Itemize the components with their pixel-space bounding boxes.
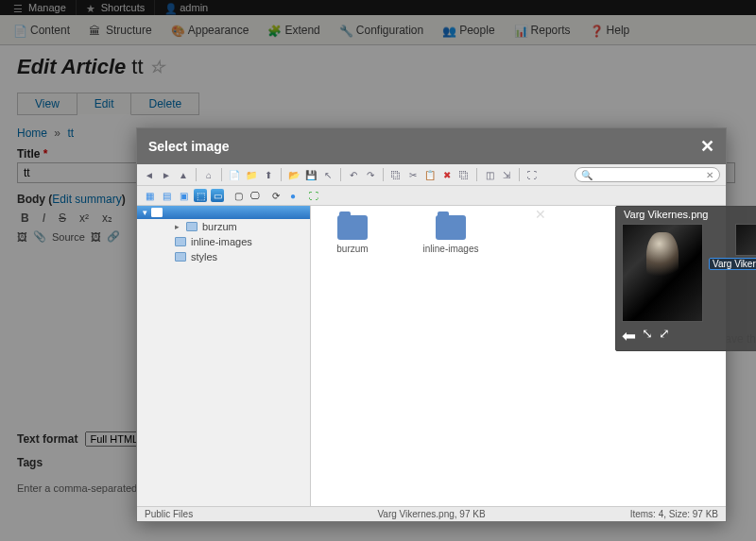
thumbnail-label: Varg Vikernes.png (713, 259, 756, 269)
modal-header: Select image ✕ (137, 128, 726, 164)
delete-icon[interactable]: ✖ (440, 168, 454, 181)
selected-thumbnail[interactable]: Varg Vikernes.png (709, 224, 756, 322)
undo-icon[interactable]: ↶ (347, 168, 360, 181)
folder-icon (175, 237, 186, 246)
preview-filename: Varg Vikernes.png (616, 207, 756, 222)
show-preview-icon[interactable]: 🖵 (249, 189, 262, 202)
tree-item-inline-images[interactable]: inline-images (137, 234, 310, 249)
tree-root[interactable]: ▾ (137, 206, 310, 219)
chevron-right-icon[interactable]: ▸ (175, 222, 180, 231)
cut-icon[interactable]: ✂ (406, 168, 420, 181)
preview-nav: ⬅ ⤡ ⤢ (622, 326, 670, 347)
forward-icon[interactable]: ► (160, 168, 173, 181)
modal-toolbar-1: ◄ ► ▲ ⌂ 📄 📁 ⬆ 📂 💾 ↖ ↶ ↷ ⿻ ✂ 📋 ✖ ⿻ ◫ ⇲ ⛶ … (137, 164, 726, 186)
view-tree-icon[interactable]: ▭ (211, 189, 224, 202)
search-icon: 🔍 (581, 170, 593, 180)
view-details-icon[interactable]: ⬚ (194, 189, 207, 202)
show-thumbs-icon[interactable]: ▢ (232, 189, 245, 202)
new-folder-icon[interactable]: 📁 (245, 168, 258, 181)
paste-icon[interactable]: 📋 (423, 168, 437, 181)
upload-icon[interactable]: ⬆ (262, 168, 275, 181)
save-icon[interactable]: 💾 (304, 168, 318, 181)
folder-icon (337, 215, 368, 240)
folder-icon (175, 252, 186, 262)
copy-icon[interactable]: ⿻ (389, 168, 403, 181)
fullscreen-icon[interactable]: ⛶ (525, 168, 539, 181)
preview-image (622, 224, 703, 322)
status-right: Items: 4, Size: 97 KB (630, 509, 718, 519)
resize-icon[interactable]: ⇲ (500, 168, 513, 181)
prev-image-icon[interactable]: ⬅ (622, 326, 636, 347)
modal-toolbar-2: ▦ ▤ ▣ ⬚ ▭ ▢ 🖵 ⟳ ● ⛶ (137, 186, 726, 206)
folder-burzum[interactable]: burzum (324, 215, 381, 254)
settings-icon[interactable]: ● (286, 189, 300, 202)
search-box: 🔍 ✕ (575, 167, 720, 182)
thumbnail-image (735, 224, 756, 256)
folder-icon (186, 222, 198, 231)
chevron-down-icon: ▾ (143, 208, 147, 217)
folder-inline-images[interactable]: inline-images (422, 215, 479, 254)
preview-close-button[interactable]: ✕ (535, 207, 546, 222)
status-mid: Varg Vikernes.png, 97 KB (377, 509, 485, 519)
expand-icon[interactable]: ⛶ (307, 189, 320, 202)
view-medium-icons-icon[interactable]: ▤ (160, 189, 173, 202)
home-icon[interactable]: ⌂ (202, 168, 215, 181)
new-file-icon[interactable]: 📄 (228, 168, 241, 181)
status-left: Public Files (145, 509, 193, 519)
select-icon[interactable]: ↖ (321, 168, 335, 181)
modal-close-button[interactable]: ✕ (700, 136, 714, 157)
zoom-out-icon[interactable]: ⤡ (642, 326, 653, 347)
tree-item-styles[interactable]: styles (137, 249, 310, 264)
zoom-in-icon[interactable]: ⤢ (659, 326, 670, 347)
up-icon[interactable]: ▲ (177, 168, 190, 181)
modal-status-bar: Public Files Varg Vikernes.png, 97 KB It… (137, 506, 726, 521)
view-large-icons-icon[interactable]: ▦ (143, 189, 156, 202)
folder-tree: ▾ ▸ burzum inline-images styles (137, 206, 311, 506)
tree-item-burzum[interactable]: ▸ burzum (137, 219, 310, 234)
search-input[interactable] (593, 170, 706, 180)
crop-icon[interactable]: ◫ (483, 168, 496, 181)
back-icon[interactable]: ◄ (143, 168, 156, 181)
folder-icon (436, 215, 466, 240)
view-list-icon[interactable]: ▣ (177, 189, 190, 202)
image-preview-popup: ✕ Varg Vikernes.png Varg Vikernes.png ⬅ … (615, 206, 756, 351)
modal-body: ▾ ▸ burzum inline-images styles burzum (137, 206, 726, 506)
open-icon[interactable]: 📂 (287, 168, 301, 181)
file-grid[interactable]: burzum inline-images ✕ Varg Vikernes.png… (311, 206, 726, 506)
folder-icon (151, 208, 163, 217)
modal-title: Select image (148, 139, 230, 154)
clear-search-icon[interactable]: ✕ (706, 170, 713, 180)
refresh-icon[interactable]: ⟳ (269, 189, 283, 202)
duplicate-icon[interactable]: ⿻ (457, 168, 471, 181)
redo-icon[interactable]: ↷ (364, 168, 377, 181)
select-image-modal: Select image ✕ ◄ ► ▲ ⌂ 📄 📁 ⬆ 📂 💾 ↖ ↶ ↷ ⿻… (136, 127, 727, 522)
